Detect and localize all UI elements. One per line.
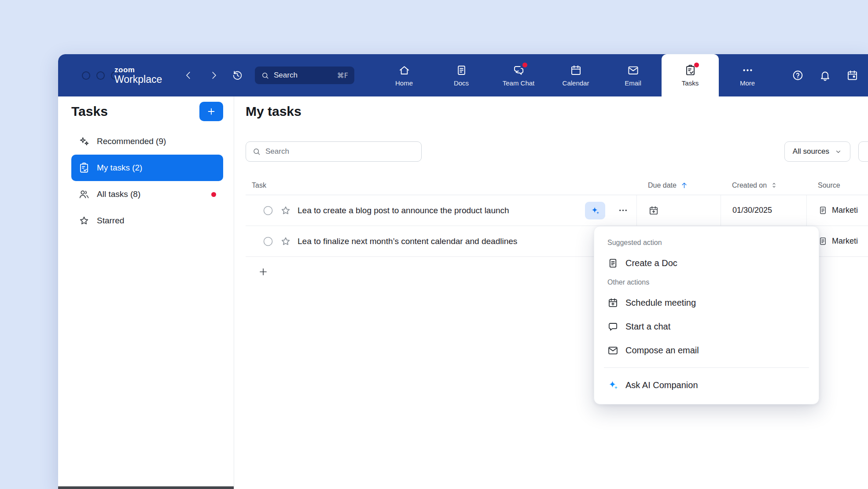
more-icon xyxy=(742,64,754,76)
search-shortcut-hint: ⌘F xyxy=(337,71,348,80)
sidebar: Tasks Recommended (9) My tasks (2) All t… xyxy=(58,96,234,489)
back-button[interactable] xyxy=(183,70,194,81)
doc-icon xyxy=(607,258,618,269)
star-task-button[interactable] xyxy=(280,236,291,247)
menu-section-label: Other actions xyxy=(594,275,819,291)
table-header: Task Due date Created on Source xyxy=(246,176,868,195)
calendar-widget-button[interactable] xyxy=(846,70,858,82)
source-name: Marketi xyxy=(832,206,858,215)
sidebar-item-label: My tasks (2) xyxy=(97,163,142,173)
due-date-cell xyxy=(636,195,721,226)
bell-icon xyxy=(819,70,831,82)
nav-email[interactable]: Email xyxy=(604,54,662,96)
created-on-cell: 01/30/2025 xyxy=(721,195,806,226)
task-search-input[interactable] xyxy=(265,147,415,156)
logo-workplace-text: Workplace xyxy=(114,74,162,85)
column-header-due-date[interactable]: Due date xyxy=(636,181,721,189)
notification-dot xyxy=(694,63,699,67)
created-date: 01/30/2025 xyxy=(732,206,772,215)
chevron-right-icon xyxy=(209,70,219,81)
sidebar-item-all-tasks[interactable]: All tasks (8) xyxy=(71,181,223,207)
plus-icon xyxy=(258,267,268,277)
envelope-icon xyxy=(607,345,618,356)
source-cell[interactable]: Marketi xyxy=(806,195,868,226)
search-icon xyxy=(261,71,269,80)
task-title: Lea to finalize next month’s content cal… xyxy=(298,237,517,246)
sort-ascending-icon xyxy=(680,181,688,189)
menu-divider xyxy=(604,367,809,368)
star-icon xyxy=(280,205,291,216)
circle-icon xyxy=(262,236,274,247)
plus-icon xyxy=(206,107,216,116)
sidebar-item-starred[interactable]: Starred xyxy=(71,207,223,234)
sidebar-scrollbar[interactable] xyxy=(58,486,234,489)
source-doc-icon xyxy=(818,237,828,246)
add-due-date-button[interactable] xyxy=(648,205,659,216)
docs-icon xyxy=(456,64,467,76)
help-button[interactable] xyxy=(792,70,804,82)
nav-calendar[interactable]: Calendar xyxy=(547,54,604,96)
home-icon xyxy=(398,64,410,76)
global-search[interactable]: Search ⌘F xyxy=(255,67,354,84)
task-complete-checkbox[interactable] xyxy=(262,205,274,216)
people-icon xyxy=(78,189,90,200)
add-task-button[interactable] xyxy=(258,267,268,277)
column-header-created-on[interactable]: Created on xyxy=(721,182,806,189)
ai-sparkle-icon xyxy=(590,206,600,215)
sidebar-item-my-tasks[interactable]: My tasks (2) xyxy=(71,155,223,181)
nav-more[interactable]: More xyxy=(719,54,776,96)
window-minimize-button[interactable] xyxy=(96,71,105,80)
history-icon xyxy=(232,70,243,82)
unread-dot xyxy=(211,192,216,197)
ai-actions-button[interactable] xyxy=(585,202,605,219)
menu-item-create-doc[interactable]: Create a Doc xyxy=(594,251,819,275)
clipped-control[interactable] xyxy=(858,141,868,162)
app-window: zoom Workplace Search ⌘F Home Docs Team … xyxy=(58,54,868,489)
star-icon xyxy=(78,215,90,226)
content-area: Tasks Recommended (9) My tasks (2) All t… xyxy=(58,96,868,489)
calendar-event-icon xyxy=(846,70,858,82)
nav-team-chat[interactable]: Team Chat xyxy=(490,54,547,96)
sort-toggle-icon xyxy=(770,182,778,189)
topbar: zoom Workplace Search ⌘F Home Docs Team … xyxy=(58,54,868,96)
circle-icon xyxy=(262,205,274,216)
topbar-right-actions xyxy=(792,70,858,82)
chat-bubble-icon xyxy=(607,321,618,332)
new-task-button[interactable] xyxy=(199,102,223,121)
window-controls xyxy=(82,54,119,96)
menu-item-compose-email[interactable]: Compose an email xyxy=(594,338,819,362)
sidebar-item-recommended[interactable]: Recommended (9) xyxy=(71,128,223,155)
task-complete-checkbox[interactable] xyxy=(262,236,274,247)
row-more-button[interactable] xyxy=(618,205,629,216)
calendar-plus-icon xyxy=(607,297,618,308)
main-panel: My tasks All sources Task Due date xyxy=(234,96,868,489)
menu-item-ask-ai-companion[interactable]: Ask AI Companion xyxy=(594,373,819,397)
nav-tasks[interactable]: Tasks xyxy=(662,54,719,96)
email-icon xyxy=(627,64,639,76)
sparkles-icon xyxy=(78,136,90,147)
forward-button[interactable] xyxy=(209,70,219,81)
search-icon xyxy=(252,147,261,156)
history-button[interactable] xyxy=(232,70,243,82)
star-task-button[interactable] xyxy=(280,205,291,216)
ellipsis-icon xyxy=(618,205,629,216)
window-close-button[interactable] xyxy=(82,71,90,80)
nav-docs[interactable]: Docs xyxy=(433,54,490,96)
column-header-task[interactable]: Task xyxy=(246,182,636,189)
column-header-source[interactable]: Source xyxy=(806,182,868,189)
global-search-placeholder: Search xyxy=(274,71,298,80)
sources-filter-button[interactable]: All sources xyxy=(784,141,850,162)
notifications-button[interactable] xyxy=(819,70,831,82)
logo-zoom-text: zoom xyxy=(114,66,162,74)
sidebar-title: Tasks xyxy=(71,104,108,119)
sidebar-header: Tasks xyxy=(71,102,223,121)
menu-item-start-chat[interactable]: Start a chat xyxy=(594,315,819,338)
table-row: Lea to create a blog post to announce th… xyxy=(246,195,868,226)
task-search xyxy=(246,141,422,162)
source-name: Marketi xyxy=(832,237,858,246)
primary-nav: Home Docs Team Chat Calendar Email Tasks xyxy=(375,54,776,96)
nav-home[interactable]: Home xyxy=(375,54,433,96)
sidebar-item-label: All tasks (8) xyxy=(97,189,140,199)
ai-companion-sparkle-icon xyxy=(607,379,618,391)
menu-item-schedule-meeting[interactable]: Schedule meeting xyxy=(594,291,819,315)
